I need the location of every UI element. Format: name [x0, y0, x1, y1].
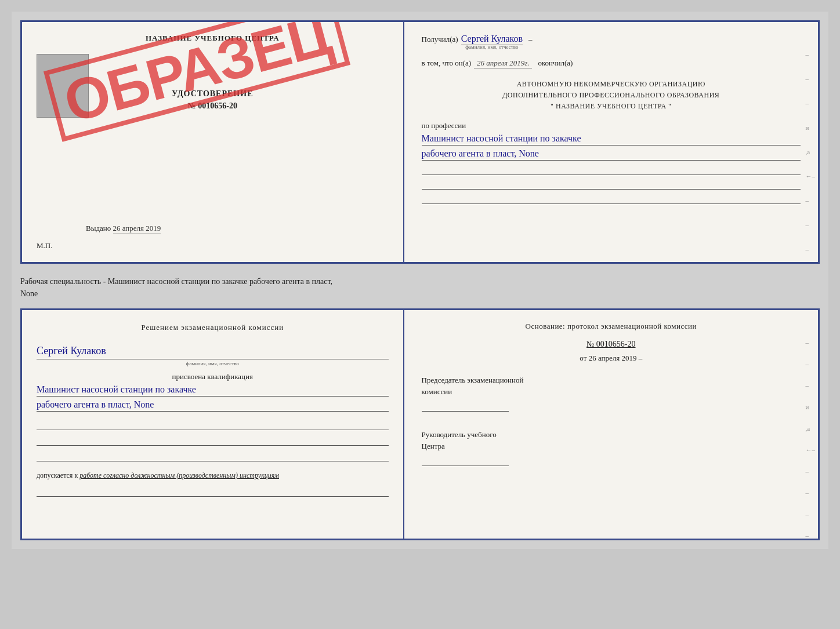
- rukovoditel-sign-line: [422, 455, 509, 466]
- doc-right: – – – и ,а ←– – – – Получил(а) Сергей Ку…: [404, 22, 818, 262]
- doc-bottom-left: Решением экзаменационной комиссии Сергей…: [22, 310, 404, 539]
- dopusk-text: работе согласно должностным (производств…: [79, 471, 279, 479]
- org-line1: АВТОНОМНУЮ НЕКОММЕРЧЕСКУЮ ОРГАНИЗАЦИЮ: [422, 79, 801, 90]
- kvalif-line1: Машинист насосной станции по закачке: [37, 384, 389, 397]
- ot-label: от: [580, 354, 586, 362]
- udostoverenie-label: УДОСТОВЕРЕНИЕ: [37, 89, 389, 99]
- ot-date: от 26 апреля 2019 –: [422, 354, 801, 363]
- side-marks-top: – – – и ,а ←– – – –: [805, 51, 815, 253]
- page-wrapper: НАЗВАНИЕ УЧЕБНОГО ЦЕНТРА ОБРАЗЕЦ УДОСТОВ…: [12, 12, 828, 549]
- between-line1: Рабочая специальность - Машинист насосно…: [20, 275, 820, 288]
- org-line2: ДОПОЛНИТЕЛЬНОГО ПРОФЕССИОНАЛЬНОГО ОБРАЗО…: [422, 90, 801, 101]
- blank-line-1: [37, 417, 389, 430]
- between-line2: None: [20, 288, 820, 300]
- predsedatel-sign-line: [422, 400, 509, 412]
- document-bottom: Решением экзаменационной комиссии Сергей…: [20, 308, 820, 540]
- resheniem-text: Решением экзаменационной комиссии: [37, 322, 389, 333]
- org-line3: " НАЗВАНИЕ УЧЕБНОГО ЦЕНТРА ": [422, 101, 801, 112]
- protocol-number: № 0010656-20: [422, 340, 801, 349]
- number-label: № 0010656-20: [37, 101, 389, 111]
- rukovoditel-block: Руководитель учебного Центра: [422, 429, 801, 466]
- okonchil: окончил(а): [538, 59, 573, 68]
- po-professii: по профессии: [422, 121, 801, 130]
- document-top: НАЗВАНИЕ УЧЕБНОГО ЦЕНТРА ОБРАЗЕЦ УДОСТОВ…: [20, 20, 820, 264]
- vtom-date: 26 апреля 2019г.: [474, 59, 532, 68]
- center-name-top: НАЗВАНИЕ УЧЕБНОГО ЦЕНТРА: [37, 34, 389, 43]
- blank-line-4: [37, 484, 389, 497]
- vydano-label: Выдано: [86, 224, 111, 232]
- fio-hint-bottom: фамилия, имя, отчество: [37, 361, 389, 366]
- poluchil-name: Сергей Кулаков: [461, 34, 523, 45]
- chairman-block: Председатель экзаменационной комиссии: [422, 375, 801, 412]
- prisvoena-text: присвоена квалификация: [37, 372, 389, 381]
- ot-date-val: 26 апреля 2019: [589, 354, 637, 362]
- dopuskaetsya: допускается к работе согласно должностны…: [37, 470, 389, 481]
- blank-line-2: [37, 433, 389, 446]
- fio-hint-top: фамилия, имя, отчество: [461, 44, 523, 50]
- profession-line1: Машинист насосной станции по закачке: [422, 133, 801, 146]
- osnovanie-text: Основание: протокол экзаменационной коми…: [422, 322, 801, 331]
- vydano-date: 26 апреля 2019: [113, 224, 161, 234]
- blank-lines-bottom: [37, 417, 389, 461]
- rukovoditel2: Центра: [422, 441, 801, 452]
- profession-line2: рабочего агента в пласт, None: [422, 148, 801, 161]
- doc-left: НАЗВАНИЕ УЧЕБНОГО ЦЕНТРА ОБРАЗЕЦ УДОСТОВ…: [22, 22, 404, 262]
- poluchil-label: Получил(а): [422, 35, 458, 44]
- vydano-line: Выдано 26 апреля 2019: [86, 224, 161, 233]
- doc-bottom-right: – – – и ,а ←– – – – – Основание: протоко…: [404, 310, 818, 539]
- vtom-label: в том, что он(а): [422, 59, 472, 68]
- rukovoditel1: Руководитель учебного: [422, 429, 801, 441]
- bottom-name: Сергей Кулаков: [37, 345, 389, 359]
- dopusk-label: допускается к: [37, 471, 78, 479]
- poluchil-line: Получил(а) Сергей Кулаков фамилия, имя, …: [422, 34, 801, 50]
- mp-label: М.П.: [37, 241, 52, 250]
- predsedatel2: комиссии: [422, 386, 801, 398]
- org-block: АВТОНОМНУЮ НЕКОММЕРЧЕСКУЮ ОРГАНИЗАЦИЮ ДО…: [422, 79, 801, 112]
- side-marks-bottom: – – – и ,а ←– – – – –: [805, 339, 815, 539]
- kvalif-line2: рабочего агента в пласт, None: [37, 399, 389, 412]
- between-text: Рабочая специальность - Машинист насосно…: [20, 272, 820, 303]
- dash1: –: [528, 35, 533, 44]
- blank-line-3: [37, 449, 389, 461]
- predsedatel1: Председатель экзаменационной: [422, 375, 801, 386]
- vtom-line: в том, что он(а) 26 апреля 2019г. окончи…: [422, 59, 801, 68]
